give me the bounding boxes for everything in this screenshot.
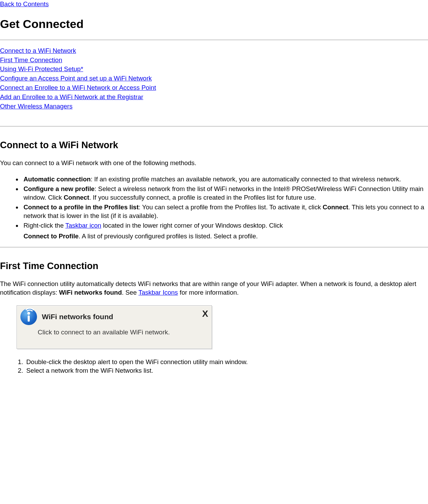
text: for more information. — [178, 289, 239, 296]
section2-intro: The WiFi connection utility automaticall… — [0, 280, 428, 297]
list-item: Connect to a profile in the Profiles lis… — [22, 203, 428, 220]
toc-link-connect-wifi[interactable]: Connect to a WiFi Network — [0, 46, 76, 56]
method-name: Automatic connection — [24, 175, 91, 183]
text: . See — [122, 289, 138, 296]
list-item: Configure a new profile: Select a wirele… — [22, 185, 428, 202]
method-desc: : If an existing profile matches an avai… — [91, 175, 401, 183]
wifi-icon — [20, 308, 37, 325]
close-icon: X — [202, 308, 208, 320]
list-item: Double-click the desktop alert to open t… — [25, 358, 428, 367]
list-item: Right-click the Taskbar icon located in … — [22, 221, 428, 241]
method-desc: : You can select a profile from the Prof… — [139, 203, 323, 211]
table-of-contents: Connect to a WiFi Network First Time Con… — [0, 46, 428, 111]
method-desc: located in the lower right corner of you… — [101, 222, 283, 229]
page-title: Get Connected — [0, 16, 428, 32]
desktop-alert-image: X WiFi networks found Click to connect t… — [17, 305, 428, 349]
toc-link-other-managers[interactable]: Other Wireless Managers — [0, 102, 73, 111]
method-name: Configure a new profile — [24, 185, 95, 192]
taskbar-icons-link[interactable]: Taskbar Icons — [138, 289, 178, 296]
toc-link-wps[interactable]: Using Wi-Fi Protected Setup* — [0, 65, 83, 74]
toc-link-first-time[interactable]: First Time Connection — [0, 56, 62, 65]
notification-box: X WiFi networks found Click to connect t… — [17, 305, 212, 349]
method-desc: Right-click the — [24, 222, 65, 229]
divider — [0, 126, 428, 126]
method-desc: . If you successfully connect, a profile… — [89, 194, 316, 201]
notification-body: Click to connect to an available WiFi ne… — [38, 328, 208, 337]
method-name: Connect to a profile in the Profiles lis… — [24, 203, 139, 211]
connection-methods-list: Automatic connection: If an existing pro… — [0, 175, 428, 241]
divider — [0, 247, 428, 247]
first-time-steps: Double-click the desktop alert to open t… — [0, 358, 428, 375]
wifi-found-label: WiFi networks found — [59, 289, 122, 296]
back-to-contents-link[interactable]: Back to Contents — [0, 0, 49, 8]
notification-title: WiFi networks found — [42, 312, 113, 322]
section-heading-first-time: First Time Connection — [0, 260, 428, 272]
toc-link-configure-ap[interactable]: Configure an Access Point and set up a W… — [0, 74, 152, 83]
section1-intro: You can connect to a WiFi network with o… — [0, 159, 428, 168]
toc-link-connect-enrollee[interactable]: Connect an Enrollee to a WiFi Network or… — [0, 83, 156, 93]
connect-label: Connect — [323, 203, 348, 211]
list-item: Select a network from the WiFi Networks … — [25, 367, 428, 375]
connect-label: Connect — [64, 194, 89, 201]
connect-to-profile-label: Connect to Profile — [24, 232, 78, 240]
taskbar-icon-link[interactable]: Taskbar icon — [65, 222, 101, 229]
method-desc: . A list of previously configured profil… — [78, 232, 258, 240]
toc-link-add-enrollee[interactable]: Add an Enrollee to a WiFi Network at the… — [0, 93, 143, 102]
divider — [0, 40, 428, 40]
list-item: Automatic connection: If an existing pro… — [22, 175, 428, 184]
section-heading-connect: Connect to a WiFi Network — [0, 139, 428, 151]
